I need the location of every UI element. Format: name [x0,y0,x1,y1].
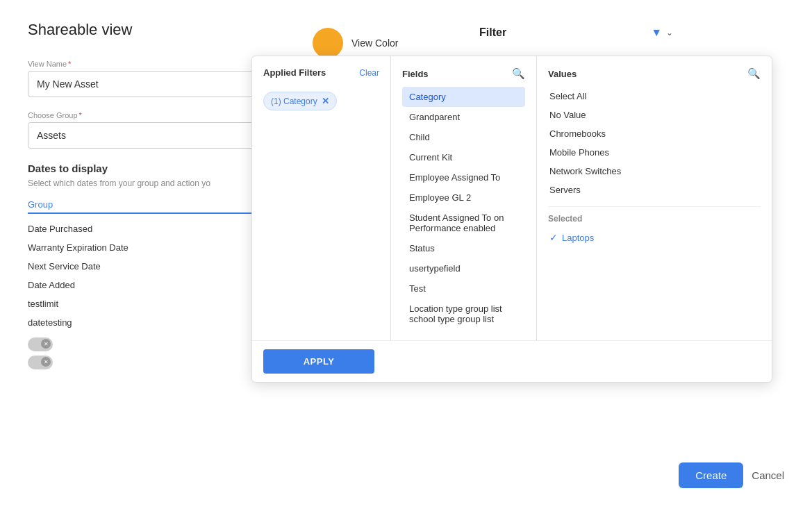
apply-row: APPLY [252,340,772,382]
filter-tag-label: (1) Category [271,97,317,106]
values-header: Values 🔍 [548,67,761,80]
apply-button[interactable]: APPLY [263,349,374,374]
view-color-bar: View Color [313,28,398,58]
clear-filters-button[interactable]: Clear [359,68,379,78]
date-item-5: testlimit [28,294,264,313]
field-item-student-assigned[interactable]: Student Assigned To on Performance enabl… [402,208,525,238]
field-item-current-kit[interactable]: Current Kit [402,147,525,167]
dates-table-group-header: Group [28,199,264,214]
field-item-status[interactable]: Status [402,238,525,258]
fields-header: Fields 🔍 [402,67,525,80]
color-circle[interactable] [313,28,343,58]
selected-value-laptops[interactable]: ✓ Laptops [548,229,761,246]
values-search-icon[interactable]: 🔍 [747,67,761,80]
date-item-4: Date Added [28,276,264,294]
required-star: * [68,60,71,68]
value-network-switches[interactable]: Network Switches [548,162,761,181]
values-title: Values [548,69,577,79]
filter-title: Filter [479,26,506,39]
date-item-1: Date Purchased [28,219,264,238]
dates-table: Group Date Purchased Warranty Expiration… [28,199,264,332]
category-filter-tag: (1) Category ✕ [263,92,337,110]
values-column: Values 🔍 Select All No Value Chromebooks… [537,56,772,340]
chevron-down-icon[interactable]: ⌄ [666,28,673,37]
remove-filter-button[interactable]: ✕ [322,96,329,106]
filter-dropdown-panel: Applied Filters Clear (1) Category ✕ Fie… [251,56,772,383]
field-item-employee-assigned-to[interactable]: Employee Assigned To [402,167,525,187]
required-star-group: * [79,111,82,119]
filter-funnel-icon[interactable]: ▼ [651,26,662,39]
date-item-6: datetesting [28,313,264,332]
filter-icons: ▼ ⌄ [651,26,673,39]
field-item-employee-gl2[interactable]: Employee GL 2 [402,187,525,208]
bottom-buttons: Create Cancel [679,462,784,488]
selected-section-title: Selected [548,214,761,224]
selected-laptops-label: Laptops [562,233,594,243]
value-select-all[interactable]: Select All [548,87,761,106]
fields-title: Fields [402,69,429,79]
field-item-category[interactable]: Category [402,87,525,107]
fields-search-icon[interactable]: 🔍 [512,67,525,80]
applied-filters-title: Applied Filters [263,67,326,78]
field-item-location-type[interactable]: Location type group list school type gro… [402,299,525,329]
check-icon: ✓ [549,232,558,243]
field-item-test[interactable]: Test [402,278,525,299]
value-servers[interactable]: Servers [548,181,761,199]
cancel-button[interactable]: Cancel [752,469,784,481]
dates-subtitle: Select which dates from your group and a… [28,178,278,188]
value-no-value[interactable]: No Value [548,106,761,124]
filter-header-area: Filter ▼ ⌄ [479,26,673,39]
date-item-3: Next Service Date [28,257,264,276]
values-divider [548,206,761,207]
fields-column: Fields 🔍 Category Grandparent Child Curr… [391,56,537,340]
field-item-child[interactable]: Child [402,127,525,147]
value-chromebooks[interactable]: Chromebooks [548,124,761,143]
view-color-label: View Color [351,37,398,49]
choose-group-input[interactable] [28,122,264,149]
toggle-2[interactable] [28,356,53,369]
date-item-2: Warranty Expiration Date [28,238,264,257]
create-button[interactable]: Create [679,462,743,488]
value-mobile-phones[interactable]: Mobile Phones [548,143,761,162]
field-item-grandparent[interactable]: Grandparent [402,107,525,127]
field-item-usertypefield[interactable]: usertypefield [402,258,525,278]
toggle-1[interactable] [28,337,53,351]
applied-filters-header: Applied Filters Clear [263,67,379,78]
applied-filters-column: Applied Filters Clear (1) Category ✕ [252,56,391,340]
view-name-input[interactable] [28,71,264,97]
dropdown-columns: Applied Filters Clear (1) Category ✕ Fie… [252,56,772,340]
